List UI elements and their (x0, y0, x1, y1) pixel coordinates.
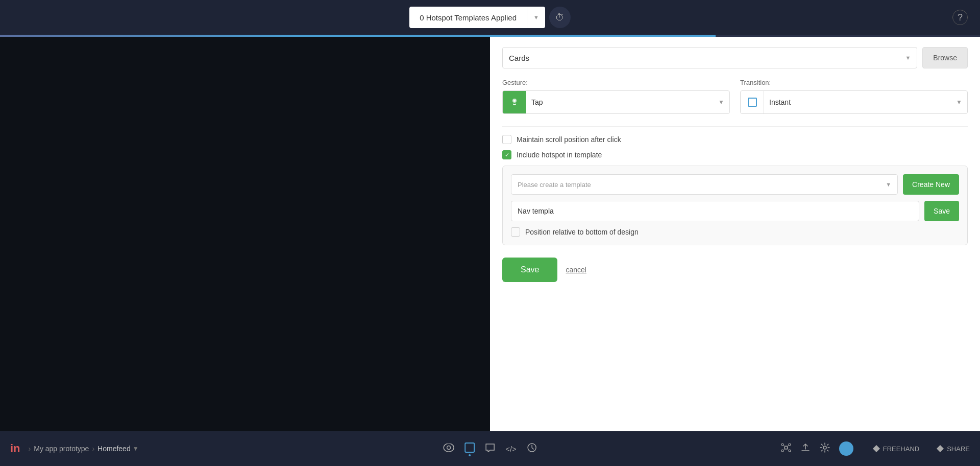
avatar (839, 441, 853, 456)
gesture-value: Tap (526, 98, 713, 106)
freehand-button[interactable]: FREEHAND (873, 445, 920, 453)
include-hotspot-row: ✓ Include hotspot in template (502, 150, 968, 159)
history-icon[interactable] (527, 442, 537, 455)
transition-label: Transition: (740, 79, 968, 86)
target-dropdown[interactable]: Cards ▼ (502, 47, 917, 68)
hotspot-templates-label: 0 Hotspot Templates Applied (420, 13, 517, 22)
svg-rect-5 (465, 443, 474, 452)
template-select-dropdown[interactable]: Please create a template ▼ (511, 174, 898, 195)
save-main-label: Save (521, 265, 539, 274)
timer-button[interactable]: ⏱ (549, 7, 571, 28)
target-row: Cards ▼ Browse (502, 47, 968, 68)
svg-marker-18 (937, 445, 944, 452)
settings-icon[interactable] (820, 442, 830, 455)
template-select-chevron-icon: ▼ (886, 181, 891, 188)
gesture-dropdown[interactable]: Tap ▼ (502, 90, 730, 114)
timer-icon: ⏱ (555, 12, 565, 23)
canvas-area (0, 37, 490, 431)
template-create-row: Please create a template ▼ Create New (511, 174, 959, 195)
svg-point-11 (789, 450, 791, 452)
right-panel: Cards ▼ Browse Gesture: (490, 37, 980, 466)
svg-line-15 (787, 449, 789, 450)
gesture-label: Gesture: (502, 79, 730, 86)
share-label: SHARE (947, 445, 970, 453)
svg-point-1 (513, 100, 516, 102)
breadcrumb-arrow-1: › (29, 445, 31, 453)
upload-icon[interactable] (800, 442, 811, 455)
transition-chevron-icon: ▼ (951, 99, 967, 106)
invision-logo: in (10, 442, 20, 455)
gesture-transition-row: Gesture: Tap ▼ Transition: (502, 79, 968, 114)
transition-value: Instant (764, 98, 951, 106)
template-name-row: Save (511, 201, 959, 221)
hotspot-templates-button[interactable]: 0 Hotspot Templates Applied (409, 7, 527, 28)
svg-point-8 (781, 444, 783, 446)
svg-line-12 (783, 445, 785, 447)
position-checkbox[interactable] (511, 227, 520, 237)
transition-group: Transition: Instant ▼ (740, 79, 968, 114)
target-chevron-icon: ▼ (905, 55, 911, 61)
hotspot-tool-icon[interactable] (464, 442, 475, 455)
progress-fill (0, 35, 539, 37)
divider-1 (502, 126, 968, 127)
maintain-scroll-checkbox[interactable] (502, 135, 511, 144)
gesture-chevron-icon: ▼ (713, 99, 729, 106)
browse-button[interactable]: Browse (922, 47, 968, 68)
svg-point-16 (823, 446, 826, 449)
save-main-button[interactable]: Save (502, 258, 557, 282)
bottom-bar: in › My app prototype › Homefeed ▼ </> (0, 431, 980, 466)
cancel-label: cancel (566, 266, 586, 274)
save-template-label: Save (934, 207, 950, 215)
active-dot (469, 454, 471, 456)
breadcrumb-chevron-icon[interactable]: ▼ (133, 445, 139, 452)
comments-icon[interactable] (485, 443, 495, 455)
progress-blue (539, 35, 716, 37)
save-template-button[interactable]: Save (924, 201, 959, 221)
svg-line-14 (783, 449, 785, 450)
svg-point-10 (781, 450, 783, 452)
svg-point-3 (444, 444, 454, 452)
template-box: Please create a template ▼ Create New Sa… (502, 166, 968, 245)
maintain-scroll-row: Maintain scroll position after click (502, 135, 968, 144)
template-name-input[interactable] (511, 201, 919, 221)
preview-icon[interactable] (443, 444, 454, 454)
svg-marker-17 (873, 445, 880, 452)
cancel-button[interactable]: cancel (566, 266, 586, 274)
chevron-down-icon: ▼ (533, 14, 539, 20)
bottom-center-icons: </> (443, 442, 537, 455)
top-bar: 0 Hotspot Templates Applied ▼ ⏱ ? (0, 0, 980, 35)
share-button[interactable]: SHARE (937, 445, 970, 453)
actions-row: Save cancel (502, 258, 968, 282)
freehand-label: FREEHAND (883, 445, 920, 453)
browse-label: Browse (933, 54, 957, 62)
svg-point-4 (447, 446, 451, 449)
template-select-placeholder: Please create a template (518, 181, 591, 189)
gesture-group: Gesture: Tap ▼ (502, 79, 730, 114)
target-value: Cards (509, 54, 529, 62)
breadcrumb-my-app[interactable]: My app prototype (34, 445, 89, 453)
svg-line-13 (787, 445, 789, 447)
position-row: Position relative to bottom of design (511, 227, 959, 237)
transition-dropdown[interactable]: Instant ▼ (740, 90, 968, 114)
tap-icon (503, 90, 526, 114)
create-new-button[interactable]: Create New (903, 174, 959, 195)
code-icon[interactable]: </> (505, 444, 517, 454)
bottom-right-icons: FREEHAND SHARE (781, 441, 970, 456)
progress-bar (0, 35, 980, 37)
create-new-label: Create New (912, 180, 950, 189)
network-icon[interactable] (781, 442, 791, 455)
help-label: ? (958, 12, 963, 23)
hotspot-templates-dropdown[interactable]: ▼ (527, 7, 545, 28)
breadcrumb-arrow-2: › (92, 445, 94, 453)
instant-icon (741, 90, 764, 114)
svg-rect-2 (748, 98, 756, 106)
help-button[interactable]: ? (952, 10, 968, 25)
position-label: Position relative to bottom of design (525, 228, 639, 236)
include-hotspot-checkbox[interactable]: ✓ (502, 150, 511, 159)
breadcrumb-homefeed: Homefeed (97, 445, 131, 453)
svg-point-9 (789, 444, 791, 446)
maintain-scroll-label: Maintain scroll position after click (517, 135, 621, 144)
include-hotspot-label: Include hotspot in template (517, 151, 602, 159)
